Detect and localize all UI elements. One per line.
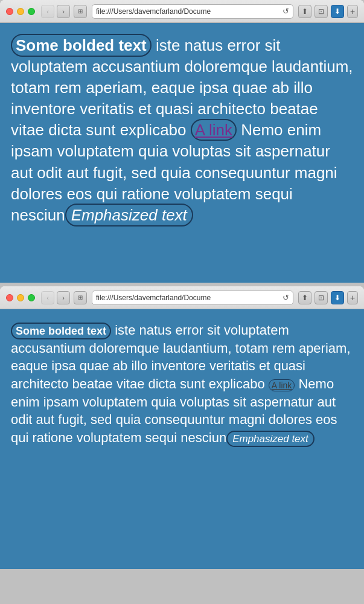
- forward-icon-2: ›: [62, 294, 65, 301]
- traffic-lights-2: [6, 294, 35, 301]
- emphasized-text-1: Emphasized text: [65, 204, 193, 226]
- toolbar-right-2: ⬆ ⊡ ⬇ +: [298, 291, 358, 304]
- tab-button-2[interactable]: ⊡: [315, 291, 328, 304]
- address-text-1: file:///Users/davemcfarland/Docume: [96, 7, 280, 16]
- back-icon: ‹: [46, 8, 49, 15]
- share-icon-2: ⬆: [302, 294, 308, 302]
- nav-buttons-2: ‹ ›: [41, 291, 70, 304]
- emphasized-text-2: Emphasized text: [226, 431, 315, 447]
- content-area-1: Some bolded text iste natus error sit vo…: [0, 23, 364, 283]
- reader-icon: ⊞: [78, 8, 83, 14]
- plus-icon: +: [350, 7, 355, 16]
- maximize-button-2[interactable]: [28, 294, 35, 301]
- back-button[interactable]: ‹: [41, 5, 54, 18]
- maximize-button[interactable]: [28, 8, 35, 15]
- address-bar-1[interactable]: file:///Users/davemcfarland/Docume ↺: [92, 4, 293, 19]
- share-button-1[interactable]: ⬆: [298, 5, 311, 18]
- tab-button-1[interactable]: ⊡: [315, 5, 328, 18]
- title-bar-2: ‹ › ⊞ file:///Users/davemcfarland/Docume…: [0, 286, 364, 309]
- link-2[interactable]: A link: [269, 379, 295, 391]
- download-button-1[interactable]: ⬇: [331, 5, 344, 18]
- nav-buttons-1: ‹ ›: [41, 5, 70, 18]
- bold-text-1: Some bolded text: [11, 34, 152, 57]
- minimize-button-2[interactable]: [17, 294, 24, 301]
- reload-button-2[interactable]: ↺: [283, 293, 289, 302]
- download-icon: ⬇: [334, 7, 340, 16]
- new-tab-button-2[interactable]: +: [347, 291, 358, 304]
- download-icon-2: ⬇: [334, 294, 340, 302]
- download-button-2[interactable]: ⬇: [331, 291, 344, 304]
- share-icon: ⬆: [302, 7, 308, 16]
- forward-icon: ›: [62, 8, 65, 15]
- address-bar-2[interactable]: file:///Users/davemcfarland/Docume ↺: [92, 291, 293, 305]
- reader-button[interactable]: ⊞: [74, 5, 87, 18]
- browser-window-1: ‹ › ⊞ file:///Users/davemcfarland/Docume…: [0, 0, 364, 283]
- back-icon-2: ‹: [46, 294, 49, 301]
- link-1[interactable]: A link: [191, 119, 237, 141]
- tab-icon-2: ⊡: [318, 294, 324, 302]
- address-text-2: file:///Users/davemcfarland/Docume: [96, 294, 280, 302]
- toolbar-right-1: ⬆ ⊡ ⬇ +: [298, 5, 358, 18]
- reader-icon-2: ⊞: [78, 294, 83, 301]
- title-bar-1: ‹ › ⊞ file:///Users/davemcfarland/Docume…: [0, 0, 364, 23]
- minimize-button[interactable]: [17, 8, 24, 15]
- back-button-2[interactable]: ‹: [41, 291, 54, 304]
- reader-button-2[interactable]: ⊞: [74, 291, 87, 304]
- new-tab-button-1[interactable]: +: [347, 5, 358, 18]
- close-button[interactable]: [6, 8, 13, 15]
- traffic-lights-1: [6, 8, 35, 15]
- main-paragraph-1: Some bolded text iste natus error sit vo…: [11, 35, 353, 226]
- browser-window-2: ‹ › ⊞ file:///Users/davemcfarland/Docume…: [0, 286, 364, 569]
- tab-icon: ⊡: [318, 7, 324, 16]
- main-paragraph-2: Some bolded text iste natus error sit vo…: [11, 321, 353, 447]
- bold-text-2: Some bolded text: [11, 323, 111, 339]
- content-area-2: Some bolded text iste natus error sit vo…: [0, 309, 364, 569]
- share-button-2[interactable]: ⬆: [298, 291, 311, 304]
- plus-icon-2: +: [350, 293, 355, 303]
- forward-button[interactable]: ›: [57, 5, 70, 18]
- forward-button-2[interactable]: ›: [57, 291, 70, 304]
- close-button-2[interactable]: [6, 294, 13, 301]
- reload-button-1[interactable]: ↺: [283, 7, 289, 16]
